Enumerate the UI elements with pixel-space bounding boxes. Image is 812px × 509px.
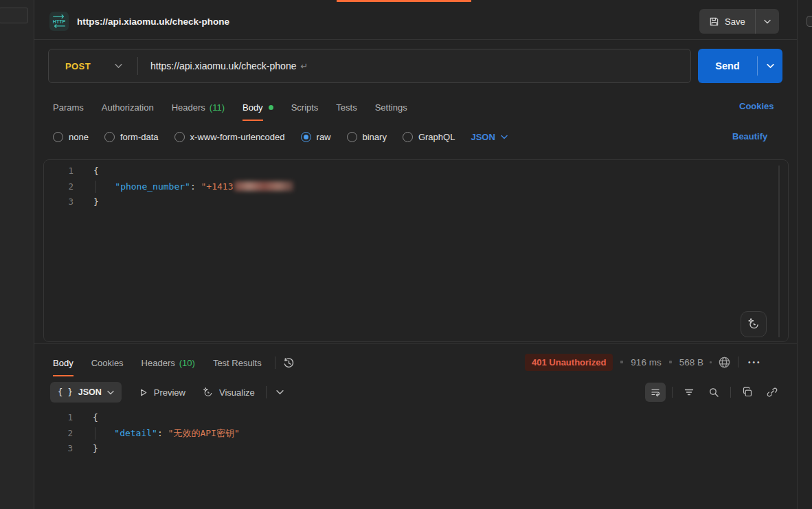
network-globe-icon[interactable] xyxy=(718,356,731,369)
status-badge[interactable]: 401 Unauthorized xyxy=(525,354,613,371)
response-body-viewer[interactable]: 1 { 2 "detail": "无效的API密钥" 3 } xyxy=(43,407,789,457)
icons-divider xyxy=(672,387,673,398)
chevron-down-icon xyxy=(764,19,771,24)
response-size[interactable]: 568 B xyxy=(679,357,703,367)
body-type-raw[interactable]: raw xyxy=(301,132,331,142)
line-number: 3 xyxy=(43,441,73,457)
request-body-editor[interactable]: 1 { 2 "phone_number": "+1413 3 } xyxy=(43,159,789,342)
tab-settings[interactable]: Settings xyxy=(366,94,416,120)
right-rail-divider xyxy=(797,0,798,509)
wrap-text-icon xyxy=(650,387,661,398)
tab-authorization[interactable]: Authorization xyxy=(93,94,163,120)
chevron-down-icon xyxy=(276,389,284,395)
response-action-icons xyxy=(643,382,785,403)
collapsed-sidebar-stub[interactable] xyxy=(0,8,28,23)
filter-button[interactable] xyxy=(679,383,699,402)
braces-icon: { } xyxy=(58,387,73,397)
response-tab-cookies[interactable]: Cookies xyxy=(82,350,133,376)
method-selector-chevron[interactable] xyxy=(115,63,122,69)
icons-divider xyxy=(730,387,731,398)
save-options-button[interactable] xyxy=(756,9,779,34)
response-tab-test-results-label: Test Results xyxy=(213,358,262,368)
body-type-binary[interactable]: binary xyxy=(347,132,387,142)
response-section-divider xyxy=(34,343,797,344)
raw-format-selector[interactable]: JSON xyxy=(471,132,507,142)
wrap-text-button[interactable] xyxy=(645,383,666,402)
json-value-visible: "+1413 xyxy=(201,181,234,192)
line-number: 3 xyxy=(44,194,74,210)
response-tab-headers[interactable]: Headers(10) xyxy=(133,350,204,376)
url-value: https://api.xiaomu.uk/check-phone xyxy=(150,60,296,71)
request-url-bar: POST https://api.xiaomu.uk/check-phone↵ xyxy=(48,49,691,83)
tab-tests[interactable]: Tests xyxy=(327,94,365,120)
tab-headers-label: Headers xyxy=(172,102,205,113)
search-button[interactable] xyxy=(703,383,724,402)
separator-dot xyxy=(620,361,623,363)
history-clock-icon xyxy=(282,357,295,370)
postbot-button[interactable] xyxy=(741,311,767,337)
save-floppy-icon xyxy=(709,16,719,27)
body-type-graphql-label: GraphQL xyxy=(418,132,455,142)
preview-label: Preview xyxy=(154,387,185,398)
body-type-urlencoded[interactable]: x-www-form-urlencoded xyxy=(174,132,285,142)
send-options-button[interactable] xyxy=(758,63,782,69)
send-button[interactable]: Send xyxy=(698,60,757,71)
indent xyxy=(93,181,115,192)
body-type-binary-label: binary xyxy=(363,132,387,142)
visualize-label: Visualize xyxy=(219,387,255,398)
url-input[interactable]: https://api.xiaomu.uk/check-phone↵ xyxy=(150,60,308,71)
copy-response-button[interactable] xyxy=(737,383,758,402)
response-history-button[interactable] xyxy=(280,353,299,372)
visualize-button[interactable]: Visualize xyxy=(202,387,255,398)
code-text: "detail": "无效的API密钥" xyxy=(73,426,240,442)
code-line: 2 "phone_number": "+1413 xyxy=(44,179,788,195)
tab-params[interactable]: Params xyxy=(44,94,93,120)
filter-icon xyxy=(684,387,695,398)
response-time[interactable]: 916 ms xyxy=(631,357,661,367)
code-line: 1 { xyxy=(44,163,788,179)
toolbar-more-chevron[interactable] xyxy=(276,389,284,395)
response-format-selector[interactable]: { } JSON xyxy=(50,382,122,403)
response-tab-test-results[interactable]: Test Results xyxy=(204,350,271,376)
save-button-label: Save xyxy=(725,16,745,27)
body-type-form-data[interactable]: form-data xyxy=(104,132,159,142)
save-button[interactable]: Save xyxy=(699,9,755,34)
url-enter-hint: ↵ xyxy=(300,61,308,71)
response-tab-body[interactable]: Body xyxy=(44,350,82,376)
code-text: { xyxy=(73,410,98,426)
link-icon xyxy=(767,387,778,398)
tab-headers[interactable]: Headers(11) xyxy=(163,94,234,120)
cookies-link[interactable]: Cookies xyxy=(739,101,774,111)
chevron-down-icon xyxy=(107,390,114,395)
right-rail-partial-icon[interactable] xyxy=(807,16,812,27)
radio-icon xyxy=(53,132,63,142)
method-selector-value[interactable]: POST xyxy=(65,61,115,71)
radio-selected-icon xyxy=(301,132,311,142)
response-tabs-divider xyxy=(275,357,275,369)
code-line: 2 "detail": "无效的API密钥" xyxy=(43,426,789,442)
copy-icon xyxy=(742,387,753,398)
tab-params-label: Params xyxy=(53,102,84,113)
status-divider xyxy=(738,357,738,367)
body-type-graphql[interactable]: GraphQL xyxy=(403,132,455,142)
chevron-down-icon xyxy=(767,63,774,69)
indent-guide xyxy=(95,181,96,194)
editor-scrollbar[interactable] xyxy=(778,166,780,337)
response-tabs: Body Cookies Headers(10) Test Results xyxy=(44,350,299,376)
response-status-row: 401 Unauthorized 916 ms 568 B ••• xyxy=(525,352,764,372)
svg-text:HTTP: HTTP xyxy=(53,19,66,24)
postbot-sparkle-icon xyxy=(747,317,760,331)
search-icon xyxy=(708,387,719,398)
beautify-link[interactable]: Beautify xyxy=(732,131,767,142)
share-link-button[interactable] xyxy=(762,383,782,402)
header-divider xyxy=(34,39,797,40)
preview-button[interactable]: Preview xyxy=(138,387,185,398)
json-colon: : xyxy=(190,181,201,192)
line-number: 1 xyxy=(44,163,74,179)
active-tab-indicator xyxy=(337,0,471,2)
tab-body[interactable]: Body xyxy=(234,94,282,120)
body-type-none[interactable]: none xyxy=(53,132,89,142)
response-more-options-button[interactable]: ••• xyxy=(745,356,765,369)
tab-scripts[interactable]: Scripts xyxy=(282,94,328,120)
code-text: } xyxy=(73,441,98,457)
